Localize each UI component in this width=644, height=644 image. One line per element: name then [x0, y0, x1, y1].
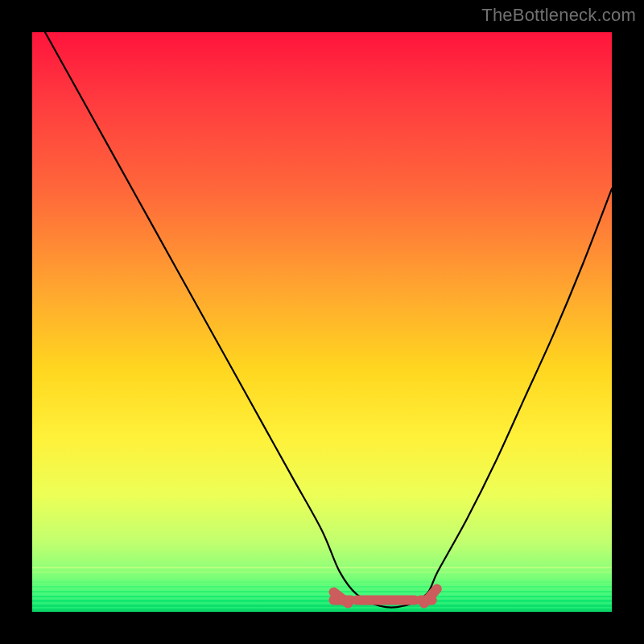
chart-frame: TheBottleneck.com — [0, 0, 644, 644]
bottleneck-curve-svg — [32, 32, 612, 612]
bottleneck-curve — [32, 9, 612, 607]
watermark-text: TheBottleneck.com — [481, 5, 636, 26]
plot-area — [32, 32, 612, 612]
flat-zone-markers — [333, 589, 436, 604]
